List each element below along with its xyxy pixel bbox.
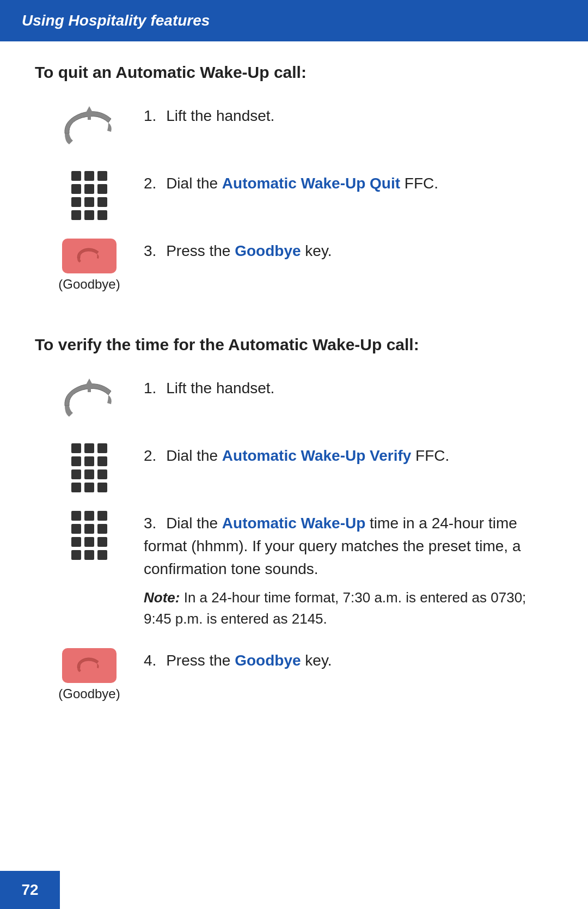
keypad-dot bbox=[71, 483, 81, 492]
keypad-icon bbox=[62, 511, 117, 560]
step-num: 3. bbox=[144, 515, 156, 532]
keypad-dot bbox=[71, 197, 81, 207]
keypad-dot bbox=[97, 524, 107, 534]
keypad-dot bbox=[97, 469, 107, 479]
goodbye-label: (Goodbye) bbox=[58, 686, 120, 701]
step-highlight: Automatic Wake-Up bbox=[222, 515, 365, 532]
keypad-dot bbox=[97, 197, 107, 207]
step-row: 1. Lift the handset. bbox=[35, 101, 553, 152]
keypad-row bbox=[71, 524, 107, 534]
step-num: 2. bbox=[144, 447, 156, 464]
step-highlight: Goodbye bbox=[235, 652, 301, 669]
keypad-icon bbox=[62, 171, 117, 220]
step-after: FFC. bbox=[400, 175, 438, 192]
keypad-dot bbox=[84, 171, 94, 181]
note-content: In a 24-hour time format, 7:30 a.m. is e… bbox=[144, 589, 526, 627]
step-num: 1. bbox=[144, 380, 156, 396]
step-row: (Goodbye) 3. Press the Goodbye key. bbox=[35, 236, 553, 292]
section2: To verify the time for the Automatic Wak… bbox=[35, 335, 553, 718]
section1: To quit an Automatic Wake-Up call: bbox=[35, 63, 553, 308]
keypad-dot bbox=[71, 443, 81, 453]
step-row: 2. Dial the Automatic Wake-Up Verify FFC… bbox=[35, 441, 553, 492]
keypad-dot bbox=[84, 443, 94, 453]
keypad-dot bbox=[97, 511, 107, 521]
goodbye-handset-icon bbox=[75, 656, 104, 675]
page-footer: 72 bbox=[0, 871, 60, 909]
keypad-dot bbox=[84, 511, 94, 521]
keypad-icon bbox=[62, 443, 117, 492]
header-title: Using Hospitality features bbox=[22, 12, 210, 29]
keypad-row bbox=[71, 197, 107, 207]
keypad-dot bbox=[97, 550, 107, 560]
step-text: 1. Lift the handset. bbox=[144, 374, 553, 400]
step-highlight: Automatic Wake-Up Verify bbox=[222, 447, 411, 464]
goodbye-button-icon bbox=[62, 648, 117, 683]
step-num: 3. bbox=[144, 242, 156, 259]
section1-title: To quit an Automatic Wake-Up call: bbox=[35, 63, 553, 82]
icon-col bbox=[35, 169, 144, 220]
keypad-dot bbox=[97, 456, 107, 466]
keypad-dot bbox=[97, 184, 107, 194]
icon-col bbox=[35, 441, 144, 492]
keypad-dot bbox=[84, 537, 94, 547]
keypad-row bbox=[71, 210, 107, 220]
step-num: 2. bbox=[144, 175, 156, 192]
step-after: FFC. bbox=[411, 447, 449, 464]
step-text: 4. Press the Goodbye key. bbox=[144, 646, 553, 672]
keypad-dot bbox=[84, 524, 94, 534]
goodbye-button-icon bbox=[62, 239, 117, 273]
main-content: To quit an Automatic Wake-Up call: bbox=[0, 63, 588, 789]
svg-marker-1 bbox=[85, 379, 93, 392]
handset-icon bbox=[54, 103, 125, 152]
keypad-dot bbox=[84, 469, 94, 479]
step-highlight: Goodbye bbox=[235, 242, 301, 259]
keypad-dot bbox=[71, 511, 81, 521]
note-label: Note: bbox=[144, 589, 180, 606]
keypad-row bbox=[71, 443, 107, 453]
step-row: 1. Lift the handset. bbox=[35, 374, 553, 425]
goodbye-label: (Goodbye) bbox=[58, 277, 120, 292]
keypad-dot bbox=[71, 171, 81, 181]
keypad-dot bbox=[97, 537, 107, 547]
keypad-dot bbox=[84, 456, 94, 466]
step-before: Dial the bbox=[166, 515, 222, 532]
keypad-row bbox=[71, 537, 107, 547]
icon-col bbox=[35, 374, 144, 425]
keypad-dot bbox=[71, 469, 81, 479]
keypad-dot bbox=[84, 483, 94, 492]
icon-col bbox=[35, 101, 144, 152]
step-num: 4. bbox=[144, 652, 156, 669]
keypad-dot bbox=[84, 550, 94, 560]
icon-col bbox=[35, 509, 144, 560]
keypad-row bbox=[71, 171, 107, 181]
step-text: 3. Dial the Automatic Wake-Up time in a … bbox=[144, 509, 553, 630]
keypad-dot bbox=[71, 210, 81, 220]
step-after: key. bbox=[301, 652, 332, 669]
keypad-dot bbox=[97, 483, 107, 492]
keypad-dot bbox=[84, 210, 94, 220]
icon-col: (Goodbye) bbox=[35, 646, 144, 701]
step-before: Dial the bbox=[166, 447, 222, 464]
keypad-dot bbox=[71, 550, 81, 560]
note-text: Note: In a 24-hour time format, 7:30 a.m… bbox=[144, 587, 553, 630]
step-row: (Goodbye) 4. Press the Goodbye key. bbox=[35, 646, 553, 701]
step-text: 2. Dial the Automatic Wake-Up Verify FFC… bbox=[144, 441, 553, 467]
keypad-dot bbox=[71, 524, 81, 534]
icon-col: (Goodbye) bbox=[35, 236, 144, 292]
goodbye-handset-icon bbox=[75, 246, 104, 266]
page-number: 72 bbox=[21, 881, 38, 899]
section2-steps: 1. Lift the handset. bbox=[35, 374, 553, 718]
step-before: Dial the bbox=[166, 175, 222, 192]
step-text: 2. Dial the Automatic Wake-Up Quit FFC. bbox=[144, 169, 553, 195]
keypad-row bbox=[71, 469, 107, 479]
keypad-dot bbox=[97, 171, 107, 181]
step-highlight: Automatic Wake-Up Quit bbox=[222, 175, 400, 192]
step-text: 3. Press the Goodbye key. bbox=[144, 236, 553, 263]
section1-steps: 1. Lift the handset. bbox=[35, 101, 553, 308]
keypad-dot bbox=[71, 537, 81, 547]
keypad-dot bbox=[84, 184, 94, 194]
keypad-row bbox=[71, 550, 107, 560]
keypad-row bbox=[71, 511, 107, 521]
keypad-row bbox=[71, 184, 107, 194]
step-after: key. bbox=[301, 242, 332, 259]
